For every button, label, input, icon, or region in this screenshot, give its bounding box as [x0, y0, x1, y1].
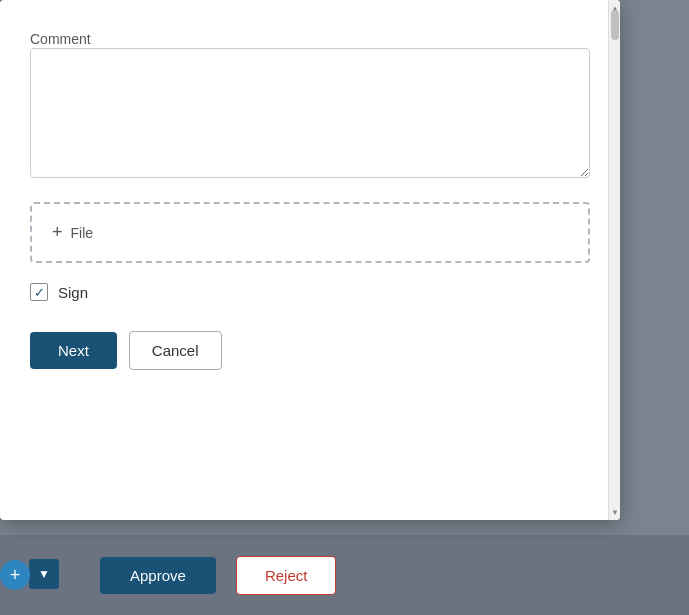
- next-button[interactable]: Next: [30, 332, 117, 369]
- modal-dialog: ▲ ▼ Comment + File ✓ Sign Next Cancel: [0, 0, 620, 520]
- scrollbar-down-arrow[interactable]: ▼: [609, 504, 620, 520]
- comment-textarea[interactable]: [30, 48, 590, 178]
- file-plus-icon: +: [52, 222, 63, 243]
- scrollbar-thumb[interactable]: [611, 10, 619, 40]
- button-row: Next Cancel: [30, 331, 590, 370]
- dropdown-button[interactable]: ▼: [29, 559, 59, 589]
- comment-label: Comment: [30, 31, 91, 47]
- add-circle-icon: +: [10, 565, 21, 586]
- file-label: File: [71, 225, 94, 241]
- cancel-button[interactable]: Cancel: [129, 331, 222, 370]
- scrollbar[interactable]: ▲ ▼: [608, 0, 620, 520]
- checkmark-icon: ✓: [34, 285, 45, 300]
- bottom-bar: ▼ Approve Reject: [0, 535, 689, 615]
- reject-button[interactable]: Reject: [236, 556, 337, 595]
- sign-row: ✓ Sign: [30, 283, 590, 301]
- sign-checkbox[interactable]: ✓: [30, 283, 48, 301]
- add-circle-button[interactable]: +: [0, 560, 30, 590]
- sign-label: Sign: [58, 284, 88, 301]
- dropdown-arrow-icon: ▼: [38, 567, 50, 581]
- approve-button[interactable]: Approve: [100, 557, 216, 594]
- file-upload-area[interactable]: + File: [30, 202, 590, 263]
